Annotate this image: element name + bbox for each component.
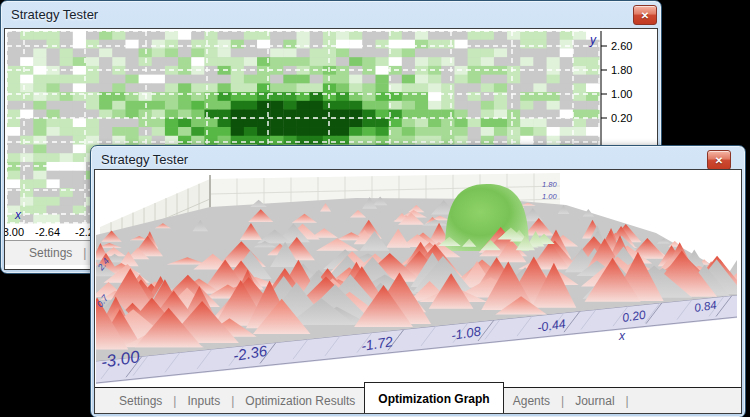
tab-separator: | — [561, 394, 564, 408]
tab-agents[interactable]: Agents — [504, 394, 559, 408]
tab-separator: | — [83, 246, 86, 260]
strategy-tester-window-3d: Strategy Tester ✕ -3.00-2.36-1.72-1.08-0… — [90, 145, 746, 417]
tab-settings[interactable]: Settings — [110, 394, 171, 408]
svg-text:0.20: 0.20 — [611, 112, 632, 124]
optimization-graph-3d[interactable]: -3.00-2.36-1.72-1.08-0.440.200.84x1.801.… — [96, 171, 737, 386]
tab-separator: | — [231, 394, 234, 408]
svg-text:2.60: 2.60 — [611, 40, 632, 52]
close-button[interactable]: ✕ — [633, 5, 657, 25]
tab-separator: | — [626, 394, 629, 408]
svg-text:1.80: 1.80 — [611, 64, 632, 76]
close-button[interactable]: ✕ — [707, 150, 731, 170]
close-icon: ✕ — [641, 10, 649, 21]
client-area: -3.00-2.36-1.72-1.08-0.440.200.84x1.801.… — [94, 169, 742, 414]
tab-inputs[interactable]: Inputs — [178, 394, 229, 408]
window-title: Strategy Tester — [11, 7, 98, 22]
svg-text:1.00: 1.00 — [542, 192, 557, 201]
tab-settings[interactable]: Settings — [20, 246, 81, 260]
tab-bar: Settings|Inputs|Optimization ResultsOpti… — [95, 387, 741, 414]
svg-text:y: y — [589, 33, 597, 47]
svg-text:1.00: 1.00 — [611, 88, 632, 100]
titlebar[interactable]: Strategy Tester ✕ — [1, 1, 661, 27]
tab-optimization-graph[interactable]: Optimization Graph — [364, 382, 503, 414]
svg-text:x: x — [14, 208, 22, 222]
tab-optimization-results[interactable]: Optimization Results — [236, 394, 364, 408]
tab-journal[interactable]: Journal — [566, 394, 623, 408]
svg-text:x: x — [618, 329, 626, 343]
window-title: Strategy Tester — [101, 152, 188, 167]
svg-text:-2.64: -2.64 — [35, 226, 60, 238]
tab-separator: | — [173, 394, 176, 408]
svg-text:1.80: 1.80 — [542, 180, 557, 189]
close-icon: ✕ — [715, 155, 723, 166]
svg-text:-3.00: -3.00 — [5, 226, 24, 238]
